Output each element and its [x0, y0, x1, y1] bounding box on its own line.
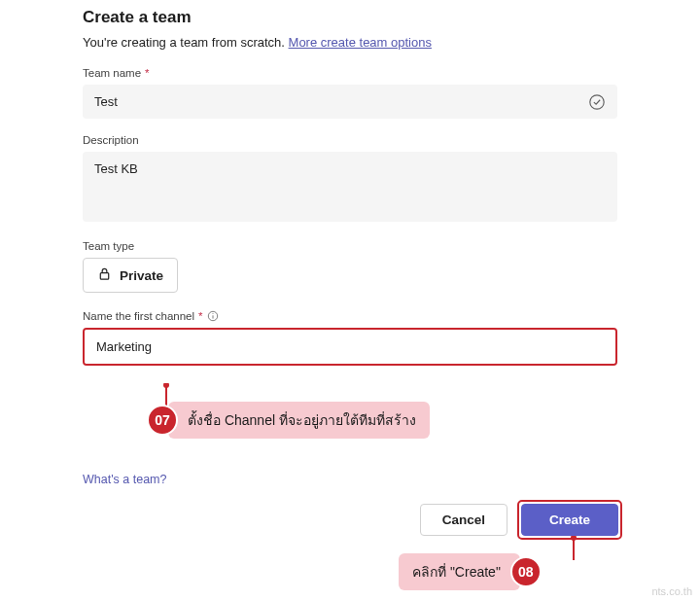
checkmark-circle-icon [588, 93, 606, 111]
more-options-link[interactable]: More create team options [289, 35, 432, 50]
team-name-input[interactable] [83, 85, 617, 119]
watermark: nts.co.th [651, 585, 692, 597]
description-input[interactable]: Test KB [83, 152, 617, 222]
lock-icon [97, 266, 112, 284]
channel-name-input[interactable] [85, 330, 615, 364]
whats-a-team-link[interactable]: What's a team? [83, 473, 166, 486]
step-badge: 08 [510, 556, 542, 587]
required-asterisk: * [198, 310, 202, 322]
required-asterisk: * [145, 67, 149, 79]
svg-point-4 [212, 313, 213, 314]
description-label: Description [83, 134, 617, 146]
svg-point-0 [590, 94, 604, 108]
annotation-text: ตั้งชื่อ Channel ที่จะอยู่ภายใต้ทีมที่สร… [168, 402, 430, 439]
channel-label: Name the first channel * [83, 310, 617, 322]
cancel-button[interactable]: Cancel [420, 504, 508, 536]
team-name-label: Team name * [83, 67, 617, 79]
annotation-step-08: คลิกที่ "Create" 08 [399, 553, 542, 590]
create-highlight-box: Create [517, 500, 622, 540]
annotation-connector [570, 536, 589, 565]
channel-highlight-box [83, 328, 617, 366]
page-title: Create a team [83, 8, 617, 27]
subtitle: You're creating a team from scratch. Mor… [83, 35, 617, 50]
svg-point-6 [163, 383, 169, 388]
svg-rect-1 [100, 273, 108, 280]
create-button[interactable]: Create [521, 504, 618, 536]
info-icon[interactable] [207, 310, 219, 322]
annotation-step-07: 07 ตั้งชื่อ Channel ที่จะอยู่ภายใต้ทีมที… [147, 402, 430, 439]
team-type-button[interactable]: Private [83, 258, 178, 293]
subtitle-text: You're creating a team from scratch. [83, 35, 289, 50]
step-badge: 07 [147, 405, 178, 436]
team-type-value: Private [120, 268, 163, 283]
team-type-label: Team type [83, 240, 617, 252]
annotation-text: คลิกที่ "Create" [399, 553, 520, 590]
